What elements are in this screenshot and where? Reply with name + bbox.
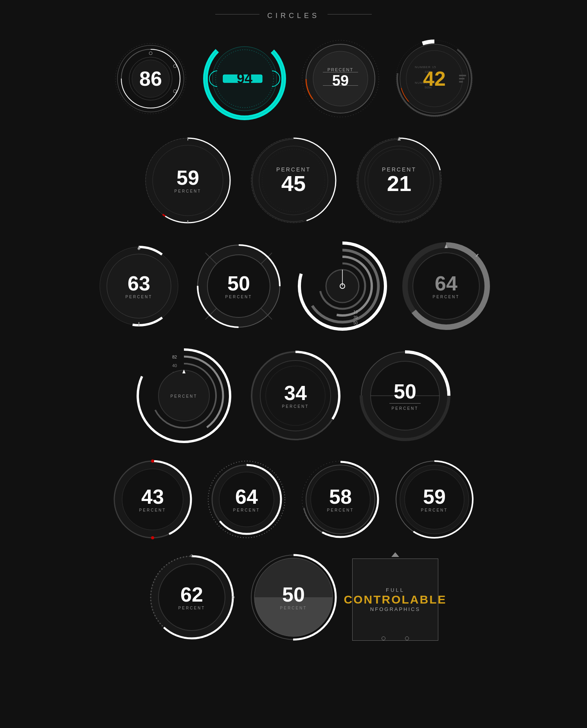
svg-point-8 [173, 90, 176, 93]
info-circle-right [405, 636, 409, 640]
info-line3: NFOGRAPHICS [370, 606, 420, 612]
circle-62-label: 62 PERCENT [178, 584, 205, 610]
circles-grid: 86 94 [0, 28, 587, 658]
circle-64g-pct: PERCENT [433, 295, 460, 299]
circle-58-value: 58 [329, 487, 352, 507]
circle-45: PERCENT 45 [247, 133, 340, 227]
circle-94: 94 [202, 36, 288, 122]
row-1: 86 94 [112, 36, 475, 122]
circle-62-pct: PERCENT [178, 606, 205, 610]
circle-58-label: 58 PERCENT [327, 487, 354, 512]
info-circles-bottom [382, 636, 409, 640]
info-line1: FULL [386, 587, 405, 593]
circle-43-value: 43 [141, 487, 164, 507]
circle-50b-pct: PERCENT [392, 406, 419, 411]
circle-34-label: 34 PERCENT [282, 383, 309, 409]
row-2: 59 PERCENT PERCENT 45 [141, 133, 446, 227]
row-4: 82 40 68 PERCENT [133, 345, 454, 447]
circle-59t-pct: PERCENT [421, 508, 448, 512]
circle-58-pct: PERCENT [327, 508, 354, 512]
circle-34-value: 34 [284, 383, 307, 403]
circle-50b-divider [389, 403, 421, 404]
circle-62: 62 PERCENT [147, 552, 237, 642]
circle-50b-value: 50 [394, 381, 416, 402]
circle-59p-precent: PRECENT [328, 67, 354, 72]
svg-point-7 [173, 65, 176, 68]
circle-21-label: PERCENT 21 [382, 166, 416, 195]
row-6: 62 PERCENT 50 PERCENT [147, 552, 440, 642]
svg-point-104 [151, 460, 154, 463]
circle-59p-value: 59 [332, 72, 349, 90]
circle-42: NUMBER 15 3358 NUMBER 47 5054 42 [393, 38, 475, 120]
circle-63: 63 PERCENT [96, 243, 182, 329]
circle-50c-pct: PERCENT [225, 295, 252, 299]
circle-59: 59 PERCENT [141, 133, 235, 227]
row-3: 63 PERCENT 50 PERCENT [96, 239, 491, 333]
circle-50c: 50 PERCENT [194, 241, 284, 331]
circle-50h: 50 PERCENT [248, 552, 339, 642]
circle-64d-value: 64 [235, 487, 258, 507]
circle-50c-label: 50 PERCENT [225, 273, 252, 299]
circle-86: 86 [112, 40, 190, 118]
svg-point-6 [149, 52, 152, 55]
circle-50b: 50 PERCENT [356, 347, 454, 445]
svg-rect-31 [459, 75, 466, 76]
svg-text:39: 39 [353, 315, 358, 320]
svg-text:82: 82 [172, 355, 177, 359]
circle-64d: 64 PERCENT [205, 458, 288, 541]
circle-64g: 64 PERCENT [401, 241, 491, 331]
svg-text:50: 50 [353, 321, 358, 325]
circle-64g-label: 64 PERCENT [433, 273, 460, 299]
row-5: 43 PERCENT 64 PERCENT [112, 458, 475, 541]
info-box: FULL CONTROLABLE NFOGRAPHICS [352, 559, 438, 641]
circle-multiArc-label: PERCENT [171, 393, 198, 398]
circle-64g-value: 64 [435, 273, 457, 294]
circle-spiral: 13 39 50 [295, 239, 389, 333]
circle-50h-label: 50 PERCENT [280, 584, 307, 610]
circle-59-pct: PERCENT [175, 189, 202, 193]
circle-21-value: 21 [387, 173, 411, 195]
circle-21: PERCENT 21 [352, 133, 446, 227]
circle-50b-label: 50 PERCENT [389, 381, 421, 411]
svg-point-105 [151, 536, 154, 539]
svg-rect-33 [459, 81, 463, 83]
circle-34-pct: PERCENT [282, 404, 309, 409]
circle-50c-value: 50 [227, 273, 250, 294]
circle-50h-value: 50 [282, 584, 305, 605]
svg-text:13: 13 [353, 310, 358, 314]
circle-42-value: 42 [423, 68, 446, 89]
circle-45-value: 45 [281, 173, 306, 195]
circle-59t-value: 59 [423, 487, 446, 507]
info-line2: CONTROLABLE [344, 593, 447, 606]
circle-86-label: 86 [139, 68, 162, 89]
circle-59p-label: PRECENT 59 [328, 67, 354, 90]
header: CIRCLES [0, 0, 587, 28]
circle-59t-label: 59 PERCENT [421, 487, 448, 512]
circle-63-pct: PERCENT [126, 295, 153, 299]
info-arrow-top [391, 552, 399, 557]
circle-58: 58 PERCENT [299, 458, 382, 541]
page-title: CIRCLES [259, 12, 328, 20]
circle-59-value: 59 [176, 168, 199, 188]
circle-63-label: 63 PERCENT [126, 273, 153, 299]
circle-64d-pct: PERCENT [233, 508, 260, 512]
circle-34: 34 PERCENT [247, 347, 344, 445]
circle-42-label: 42 [423, 68, 446, 89]
info-circle-left [382, 636, 385, 640]
circle-59t: 59 PERCENT [393, 458, 475, 541]
circle-64d-label: 64 PERCENT [233, 487, 260, 512]
circle-94-label: 94 [237, 70, 252, 87]
circle-63-value: 63 [128, 273, 150, 294]
circle-62-value: 62 [180, 584, 203, 605]
circle-86-value: 86 [139, 68, 162, 89]
circle-45-label: PERCENT 45 [276, 166, 311, 195]
circle-43: 43 PERCENT [112, 458, 194, 541]
circle-43-label: 43 PERCENT [139, 487, 166, 512]
circle-94-value: 94 [237, 70, 252, 87]
svg-text:40: 40 [172, 363, 177, 368]
info-box-container: FULL CONTROLABLE NFOGRAPHICS [350, 552, 440, 642]
circle-50h-pct: PERCENT [280, 606, 307, 610]
svg-rect-32 [459, 78, 465, 79]
circle-multiArc-pct: PERCENT [171, 394, 198, 398]
circle-43-pct: PERCENT [139, 508, 166, 512]
